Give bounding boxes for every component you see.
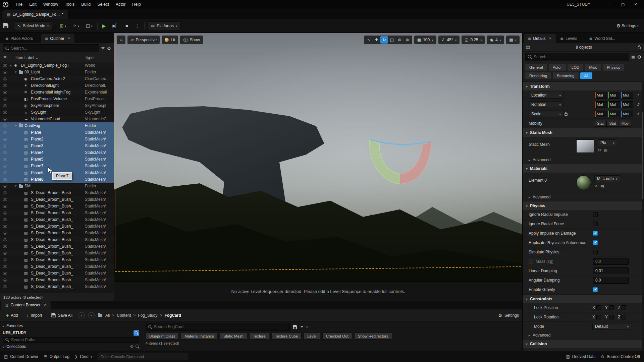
z-value-field[interactable]: Mul [621,111,633,117]
axis-lock-checkbox[interactable] [596,315,601,319]
material-dropdown[interactable]: M_cardfo [594,175,620,182]
outliner-row[interactable]: S_Dead_Broom_Bush_ StaticMesh/ [0,216,114,223]
paths-search[interactable] [3,337,139,343]
visibility-eye-icon[interactable] [3,91,7,94]
details-filter-button[interactable]: LOD [568,64,584,71]
y-value-field[interactable]: Mul [608,111,620,117]
details-scrollbar[interactable] [642,82,644,351]
outliner-row[interactable]: SkyLight SkyLight [0,109,114,116]
asset-search[interactable] [146,323,290,331]
visibility-eye-icon[interactable] [3,185,7,187]
reset-to-default-icon[interactable] [635,112,641,116]
outliner-row[interactable]: CineCameraActor2 CineCamera [0,75,114,82]
visibility-eye-icon[interactable] [3,272,7,275]
outliner-row[interactable]: S_Dead_Broom_Bush_ StaticMesh/ [0,230,114,236]
outliner-row[interactable]: S_Dead_Broom_Bush_ StaticMesh/ [0,189,114,196]
menu-item[interactable]: Help [129,1,144,8]
visibility-eye-icon[interactable] [3,84,7,87]
scale-lock-icon[interactable] [565,113,568,116]
outliner-row[interactable]: Plane5 StaticMesh/ [0,156,114,163]
outliner-row[interactable]: VolumetricCloud VolumetricC [0,116,114,122]
section-collision[interactable]: Collision [523,339,644,348]
back-button[interactable]: ‹ [78,312,85,318]
menu-item[interactable]: Window [40,1,61,8]
visibility-eye-icon[interactable] [3,98,7,100]
property-checkbox[interactable] [593,212,598,217]
visibility-eye-icon[interactable] [3,198,7,201]
column-view-icon[interactable]: ▦ [631,55,635,59]
asset-search-input[interactable] [154,324,287,329]
visibility-eye-icon[interactable] [3,285,7,288]
viewport-menu-button[interactable] [117,36,125,44]
transform-axis-dropdown[interactable]: Scale [529,111,564,117]
breadcrumb-item[interactable]: FogCard [164,313,181,318]
add-collection-icon[interactable]: ⊕ [130,344,133,349]
visibility-eye-icon[interactable] [3,138,7,140]
visibility-eye-icon[interactable] [3,178,7,181]
asset-tab[interactable]: LV_Lighting_Sample_Fo... * [2,10,68,19]
outliner-row[interactable]: DirectionalLight DirectionalL [0,82,114,89]
filter-funnel-icon[interactable] [101,47,105,49]
console-command-box[interactable] [98,353,188,360]
property-checkbox[interactable] [593,287,598,292]
reset-to-default-icon[interactable] [635,93,641,98]
menu-item[interactable]: Tools [61,1,78,8]
details-filter-button[interactable]: Misc [585,64,601,71]
y-value-field[interactable]: Mul [608,101,620,108]
outliner-row[interactable]: ▾ CardFog Folder [0,122,114,129]
filter-chip[interactable]: Texture Cube [271,333,302,340]
static-mesh-thumbnail[interactable] [576,139,594,153]
transform-axis-dropdown[interactable]: Rotation [529,101,564,108]
outliner-row[interactable]: ▾ 00_Light Folder [0,69,114,75]
axis-lock-checkbox[interactable] [622,315,626,319]
select-mode-dropdown[interactable]: Select Mode [14,21,52,30]
frame-skip-button[interactable] [111,21,121,30]
breadcrumb-item[interactable]: Fog_Study [138,313,162,318]
project-root-item[interactable]: UE5_STUDY [3,330,139,336]
static-mesh-dropdown[interactable]: Pla [598,139,617,146]
outliner-row[interactable]: S_Dead_Broom_Bush_ StaticMesh/ [0,250,114,256]
panel-tab[interactable]: Place Actors [1,34,40,43]
expander-icon[interactable]: ▾ [15,184,19,188]
property-value-field[interactable]: 0.01 [593,267,629,274]
outliner-row[interactable]: Plane StaticMesh/ [0,129,114,136]
section-materials[interactable]: Materials [523,164,644,173]
axis-lock-checkbox[interactable] [609,315,614,319]
z-value-field[interactable]: Mul [621,92,633,99]
outliner-row[interactable]: Plane4 StaticMesh/ [0,149,114,156]
filter-chip[interactable]: Checked Out [322,333,352,340]
visibility-eye-icon[interactable] [3,238,7,241]
surface-snap-icon[interactable] [404,36,411,44]
outliner-row[interactable]: ExponentialHeightFog Exponentiall [0,89,114,96]
outliner-row[interactable]: Plane2 StaticMesh/ [0,136,114,142]
property-checkbox[interactable] [593,222,598,226]
close-icon[interactable]: ✕ [44,303,47,307]
menu-item[interactable]: Select [94,1,112,8]
grid-snap-control[interactable]: 100 [414,36,436,44]
unreal-logo-icon[interactable] [3,2,8,7]
visibility-eye-icon[interactable] [3,265,7,268]
x-value-field[interactable]: Mul [595,111,607,117]
outliner-row[interactable]: S_Dead_Broom_Bush_ StaticMesh/ [0,236,114,243]
menu-item[interactable]: File [12,1,26,8]
transform-axis-dropdown[interactable]: Location [529,92,564,99]
derived-data-button[interactable]: Derived Data [566,354,595,359]
visibility-eye-icon[interactable] [3,212,7,214]
y-value-field[interactable]: Mul [608,92,620,99]
outliner-search-input[interactable] [11,46,97,51]
select-tool-icon[interactable] [365,36,373,44]
visibility-eye-icon[interactable] [3,165,7,167]
forward-button[interactable]: › [88,312,95,318]
material-thumbnail[interactable] [576,175,591,190]
advanced-toggle[interactable]: Advanced [523,156,644,164]
reset-to-default-icon[interactable] [635,102,641,107]
details-settings-icon[interactable] [637,54,641,60]
expander-icon[interactable]: ▾ [15,124,19,127]
panel-tab[interactable]: Outliner ✕ [41,34,74,43]
details-filter-button[interactable]: Rendering [525,72,551,79]
visibility-eye-icon[interactable] [3,124,7,127]
add-button[interactable]: Add [3,311,21,319]
outliner-search[interactable] [3,44,99,52]
details-filter-button[interactable]: All [580,72,593,79]
outliner-row[interactable]: S_Dead_Broom_Bush_ StaticMesh/ [0,223,114,230]
